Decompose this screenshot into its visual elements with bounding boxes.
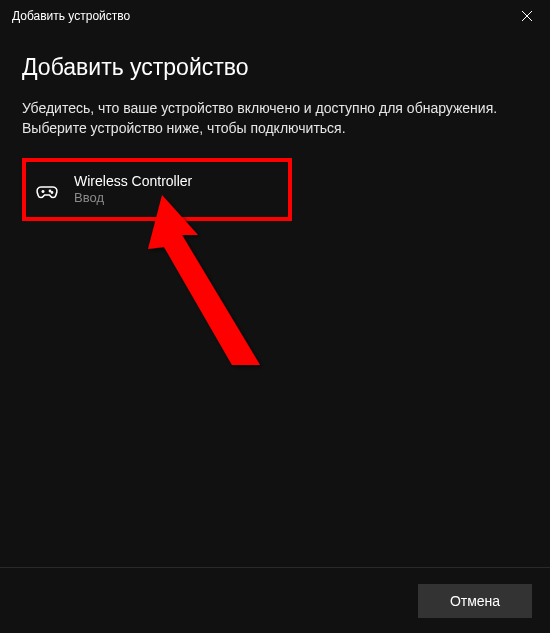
dialog-content: Добавить устройство Убедитесь, что ваше … [0,32,550,221]
close-icon [522,7,532,25]
page-heading: Добавить устройство [22,54,528,81]
close-button[interactable] [504,0,550,32]
cancel-button[interactable]: Отмена [418,584,532,618]
svg-point-4 [49,190,50,191]
window-title: Добавить устройство [12,9,130,23]
titlebar: Добавить устройство [0,0,550,32]
device-type: Ввод [74,190,192,207]
annotation-arrow [140,195,300,389]
gamepad-icon [34,177,60,203]
instructions-text: Убедитесь, что ваше устройство включено … [22,99,528,138]
device-list-item[interactable]: Wireless Controller Ввод [22,158,292,221]
device-name: Wireless Controller [74,172,192,190]
device-text-group: Wireless Controller Ввод [74,172,192,207]
svg-point-5 [51,192,52,193]
dialog-footer: Отмена [0,567,550,633]
